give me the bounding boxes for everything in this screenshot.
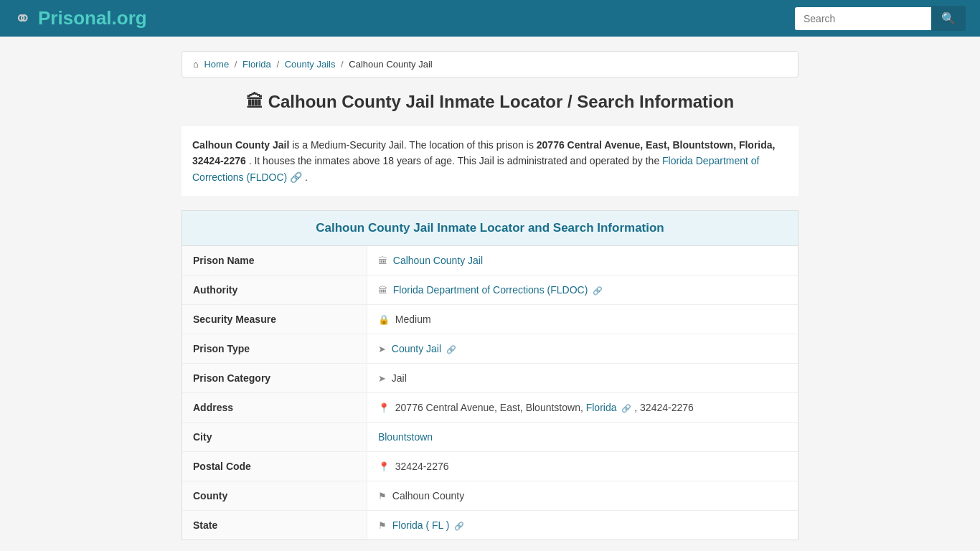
table-value: ⚑ Florida ( FL ) 🔗 [367,511,798,540]
logo-text-colored: .org [112,7,147,29]
authority-link[interactable]: Florida Department of Corrections (FLDOC… [393,284,588,296]
breadcrumb-county-jails[interactable]: County Jails [285,59,336,70]
info-table: Prison Name 🏛 Calhoun County Jail Author… [182,246,798,540]
search-area: 🔍 [795,6,966,31]
description-block: Calhoun County Jail is a Medium-Security… [182,126,798,196]
table-label: Security Measure [182,305,367,334]
state-value-link[interactable]: Florida ( FL ) [392,519,450,531]
prison-type-link[interactable]: County Jail [392,343,441,354]
postal-value: 32424-2276 [395,461,449,472]
header: ⚭ Prisonal.org 🔍 [0,0,980,37]
ext-state-icon2: 🔗 [454,522,464,530]
main-wrapper: ⌂ Home / Florida / County Jails / Calhou… [167,37,813,551]
jail-name-bold: Calhoun County Jail [192,139,289,151]
table-value: 🔒 Medium [367,305,798,334]
county-value: Calhoun County [392,490,464,501]
table-label: Address [182,393,367,423]
address-text-post: , 32424-2276 [634,402,694,413]
security-value: Medium [395,314,431,325]
table-label: Authority [182,276,367,305]
table-value: ⚑ Calhoun County [367,481,798,511]
breadcrumb-current: Calhoun County Jail [349,59,432,70]
category-value: Jail [392,372,407,384]
ext-link-icon: 🔗 [593,286,603,295]
table-value: 📍 20776 Central Avenue, East, Blountstow… [367,393,798,423]
table-row: Security Measure 🔒 Medium [182,305,798,334]
table-value: ➤ County Jail 🔗 [367,334,798,364]
logo-text-plain: Prisonal [38,7,112,29]
table-label: Prison Name [182,246,367,276]
page-title-text: Calhoun County Jail Inmate Locator / Sea… [268,92,734,111]
table-value: ➤ Jail [367,364,798,393]
description-text: Calhoun County Jail is a Medium-Security… [192,137,788,185]
info-header: Calhoun County Jail Inmate Locator and S… [182,211,798,246]
breadcrumb-sep2: / [276,59,279,70]
pin-icon: 📍 [378,402,390,413]
lock-icon: 🔒 [378,314,390,325]
breadcrumb-florida[interactable]: Florida [242,59,271,70]
building-icon: 🏛 [378,255,387,266]
page-title: 🏛 Calhoun County Jail Inmate Locator / S… [182,92,798,112]
logo-text: Prisonal.org [38,7,147,29]
breadcrumb-home[interactable]: Home [204,59,229,70]
table-row: Prison Type ➤ County Jail 🔗 [182,334,798,364]
logo-icon: ⚭ [14,6,31,30]
breadcrumb: ⌂ Home / Florida / County Jails / Calhou… [182,51,798,77]
description-end: . [305,171,308,183]
page-title-icon: 🏛 [246,92,263,111]
search-input[interactable] [795,7,931,30]
breadcrumb-sep1: / [235,59,237,70]
address-text-pre: 20776 Central Avenue, East, Blountstown, [395,402,586,413]
category-icon: ➤ [378,373,386,384]
info-header-text: Calhoun County Jail Inmate Locator and S… [316,221,664,235]
state-flag-icon: ⚑ [378,520,387,531]
flag-icon: ⚑ [378,491,387,501]
home-icon: ⌂ [193,59,199,70]
location-icon: ➤ [378,344,386,354]
breadcrumb-sep3: / [341,59,344,70]
state-link[interactable]: Florida [586,402,617,413]
table-row: County ⚑ Calhoun County [182,481,798,511]
ext-state-icon: 🔗 [621,404,631,413]
description-security-text: is a Medium-Security Jail. The location … [292,139,537,151]
table-label: Postal Code [182,452,367,481]
table-row: Address 📍 20776 Central Avenue, East, Bl… [182,393,798,423]
table-label: Prison Type [182,334,367,364]
description-age-text: . It houses the inmates above 18 years o… [249,155,662,166]
table-row: Authority 🏛 Florida Department of Correc… [182,276,798,305]
table-label: Prison Category [182,364,367,393]
table-label: City [182,423,367,452]
ext-icon-desc: 🔗 [290,171,302,183]
prison-name-link[interactable]: Calhoun County Jail [393,255,483,266]
authority-icon: 🏛 [378,285,387,296]
table-row: Postal Code 📍 32424-2276 [182,452,798,481]
table-label: County [182,481,367,511]
info-section: Calhoun County Jail Inmate Locator and S… [182,210,798,540]
logo-area: ⚭ Prisonal.org [14,6,147,30]
table-row: Prison Name 🏛 Calhoun County Jail [182,246,798,276]
table-row: State ⚑ Florida ( FL ) 🔗 [182,511,798,540]
city-link[interactable]: Blountstown [378,431,433,443]
table-value: 🏛 Calhoun County Jail [367,246,798,276]
table-value: 🏛 Florida Department of Corrections (FLD… [367,276,798,305]
table-row: City Blountstown [182,423,798,452]
table-row: Prison Category ➤ Jail [182,364,798,393]
table-label: State [182,511,367,540]
ext-link-icon2: 🔗 [446,345,456,354]
table-value: Blountstown [367,423,798,452]
postal-icon: 📍 [378,461,390,472]
page-title-section: 🏛 Calhoun County Jail Inmate Locator / S… [182,92,798,112]
table-value: 📍 32424-2276 [367,452,798,481]
search-button[interactable]: 🔍 [931,6,966,31]
